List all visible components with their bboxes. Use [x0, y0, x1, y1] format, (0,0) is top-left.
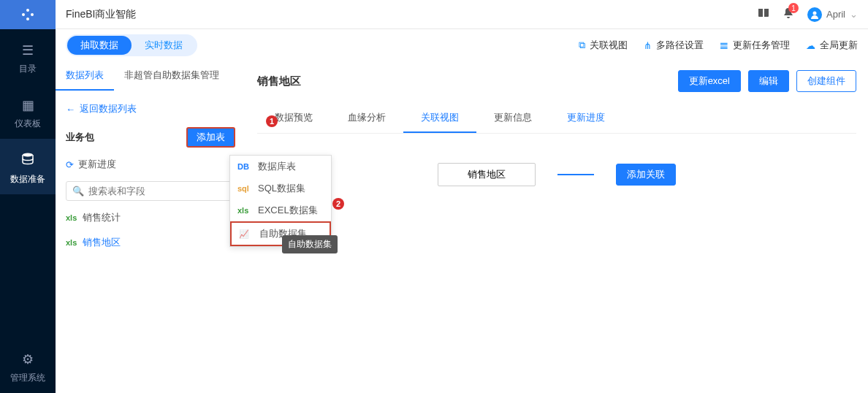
svg-point-1 [26, 9, 29, 12]
update-excel-button[interactable]: 更新excel [678, 70, 741, 92]
canvas-node[interactable]: 销售地区 [438, 163, 536, 186]
section-title: 业务包 [66, 131, 94, 144]
arrow-left-icon: ← [66, 104, 75, 115]
xls-icon: xls [237, 206, 252, 215]
header: FineBI商业智能 1 April ⌄ [56, 0, 868, 29]
chart-icon: 📈 [239, 229, 254, 239]
search-icon: 🔍 [72, 186, 84, 196]
svg-point-2 [31, 13, 34, 16]
user-menu[interactable]: April ⌄ [807, 7, 858, 22]
dd-sql-dataset[interactable]: sqlSQL数据集 [230, 178, 331, 199]
tab-blood[interactable]: 血缘分析 [330, 104, 403, 133]
mode-toggle: 抽取数据 实时数据 [66, 34, 197, 56]
nav-admin[interactable]: ⚙ 管理系统 [0, 338, 56, 393]
app-title: FineBI商业智能 [66, 8, 136, 21]
cloud-icon: ☁ [806, 40, 815, 51]
refresh-icon: ⟳ [66, 159, 74, 170]
page-title: 销售地区 [257, 75, 301, 88]
database-icon [21, 152, 34, 169]
xls-icon: xls [66, 213, 77, 222]
svg-point-0 [22, 13, 25, 16]
dd-excel-dataset[interactable]: xlsEXCEL数据集 [230, 199, 331, 221]
branch-icon: ⋔ [644, 40, 652, 51]
sql-icon: sql [237, 184, 252, 193]
tb-relation[interactable]: ⧉关联视图 [579, 39, 628, 52]
relation-canvas: 销售地区 添加关联 [257, 134, 856, 215]
table-row[interactable]: xls 销售统计 [56, 205, 245, 230]
avatar [807, 7, 822, 22]
tab-dataset-manage[interactable]: 非超管自助数据集管理 [114, 61, 229, 91]
nav-label: 数据准备 [10, 173, 45, 186]
list-icon: ☰ [22, 42, 34, 58]
username: April [826, 9, 845, 20]
tb-global[interactable]: ☁全局更新 [806, 39, 858, 52]
create-component-button[interactable]: 创建组件 [796, 70, 856, 92]
tb-task[interactable]: 𝌆更新任务管理 [720, 39, 790, 52]
logo-icon [0, 0, 56, 29]
db-icon: DB [237, 162, 252, 171]
link-line [557, 174, 594, 175]
search-input[interactable] [88, 186, 229, 196]
grid-icon: ▦ [22, 97, 34, 113]
gear-icon: ⚙ [22, 351, 34, 367]
callout-2: 2 [332, 198, 344, 210]
nav-label: 目录 [19, 63, 37, 75]
left-panel: 数据列表 非超管自助数据集管理 ← 返回数据列表 业务包 添加表 ⟳更新进度 ‹… [56, 61, 245, 393]
notification-badge: 1 [788, 3, 799, 13]
book-icon[interactable] [758, 7, 769, 21]
dd-db-table[interactable]: DB数据库表 [230, 156, 331, 178]
notification-button[interactable]: 1 [783, 7, 794, 21]
detail-tabs: 数据预览 血缘分析 关联视图 更新信息 更新进度 [257, 104, 856, 134]
svg-point-4 [23, 153, 33, 157]
pill-extract[interactable]: 抽取数据 [67, 36, 132, 55]
tab-relation[interactable]: 关联视图 [403, 104, 476, 133]
back-link[interactable]: ← 返回数据列表 [56, 92, 245, 123]
link-icon: ⧉ [579, 39, 585, 51]
nav-directory[interactable]: ☰ 目录 [0, 29, 56, 84]
nav-label: 仪表板 [15, 118, 41, 130]
update-progress-row[interactable]: ⟳更新进度 ‹ [56, 152, 245, 177]
left-tabs: 数据列表 非超管自助数据集管理 [56, 61, 245, 92]
xls-icon: xls [66, 238, 77, 247]
callout-1: 1 [266, 115, 278, 127]
chevron-down-icon: ⌄ [850, 9, 858, 20]
sidebar: ☰ 目录 ▦ 仪表板 数据准备 ⚙ 管理系统 [0, 0, 56, 393]
clipboard-icon: 𝌆 [720, 40, 728, 51]
tooltip: 自助数据集 [282, 235, 338, 253]
edit-button[interactable]: 编辑 [748, 70, 789, 92]
tab-update-progress[interactable]: 更新进度 [549, 104, 623, 133]
search-box[interactable]: 🔍 [66, 181, 235, 201]
tb-multipath[interactable]: ⋔多路径设置 [644, 39, 704, 52]
add-table-dropdown: DB数据库表 sqlSQL数据集 xlsEXCEL数据集 📈自助数据集 [229, 155, 332, 247]
add-table-button[interactable]: 添加表 [186, 127, 235, 148]
nav-dashboard[interactable]: ▦ 仪表板 [0, 84, 56, 139]
pill-realtime[interactable]: 实时数据 [132, 36, 196, 55]
table-row[interactable]: xls 销售地区 [56, 230, 245, 255]
nav-data-prep[interactable]: 数据准备 [0, 139, 56, 194]
svg-point-3 [26, 18, 29, 20]
tab-data-list[interactable]: 数据列表 [56, 61, 114, 91]
tab-update-info[interactable]: 更新信息 [476, 104, 549, 133]
toolbar: 抽取数据 实时数据 ⧉关联视图 ⋔多路径设置 𝌆更新任务管理 ☁全局更新 [56, 29, 868, 61]
nav-label: 管理系统 [10, 372, 45, 384]
svg-point-5 [812, 11, 816, 15]
add-relation-button[interactable]: 添加关联 [616, 164, 676, 186]
right-panel: 销售地区 更新excel 编辑 创建组件 数据预览 血缘分析 关联视图 更新信息… [245, 61, 868, 393]
